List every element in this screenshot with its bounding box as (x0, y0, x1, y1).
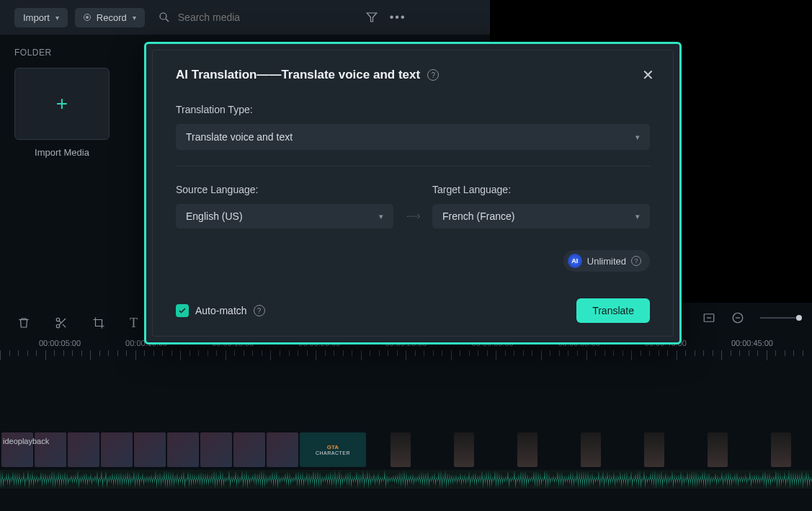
translation-type-label: Translation Type: (176, 104, 650, 115)
target-language-value: French (France) (442, 210, 514, 222)
help-icon[interactable]: ? (631, 256, 641, 266)
target-language-label: Target Language: (432, 184, 650, 195)
timestamp: 00:00:45:00 (731, 339, 773, 347)
svg-marker-2 (367, 13, 377, 22)
clip-thumbnail[interactable] (391, 432, 411, 467)
clip-thumbnail[interactable] (233, 432, 265, 467)
svg-line-6 (63, 324, 66, 327)
clip-thumbnail[interactable] (708, 432, 728, 467)
svg-line-1 (166, 19, 169, 22)
svg-point-4 (56, 324, 60, 328)
auto-match-checkbox[interactable] (176, 304, 189, 317)
modal-title: AI Translation——Translate voice and text (176, 68, 420, 82)
clip-thumbnail[interactable] (200, 432, 232, 467)
import-media-tile[interactable]: + (14, 68, 110, 140)
filter-icon[interactable] (365, 11, 378, 24)
timeline-ruler[interactable]: 00:00:05:0000:00:10:0000:00:15:0000:00:2… (0, 339, 812, 382)
ai-credits-text: Unlimited (587, 256, 626, 267)
folder-heading: FOLDER (14, 48, 130, 58)
import-media-caption: Import Media (14, 147, 110, 158)
source-language-select[interactable]: English (US) ▾ (176, 204, 393, 228)
clip-thumbnail[interactable] (454, 432, 474, 467)
crop-icon[interactable] (92, 316, 105, 329)
clip-thumbnail[interactable] (101, 432, 133, 467)
zoom-slider[interactable] (760, 317, 799, 319)
ai-credits-badge: AI Unlimited ? (563, 250, 650, 272)
record-label: Record (97, 12, 127, 23)
help-icon[interactable]: ? (254, 305, 265, 316)
auto-match-label: Auto-match (195, 305, 247, 316)
close-icon[interactable]: ✕ (642, 66, 654, 84)
arrow-right-icon: ·····› (406, 210, 419, 228)
fit-icon[interactable] (702, 311, 715, 324)
chevron-down-icon: ▾ (635, 133, 640, 142)
chevron-down-icon: ▾ (55, 14, 59, 22)
media-panel: FOLDER + Import Media (0, 35, 144, 171)
svg-line-7 (59, 321, 61, 323)
source-language-value: English (US) (186, 210, 243, 222)
timestamp: 00:00:05:00 (39, 339, 81, 347)
clip-thumbnail[interactable] (581, 432, 601, 467)
clip-thumbnail[interactable] (267, 432, 298, 467)
translation-type-select[interactable]: Translate voice and text ▾ (176, 124, 650, 150)
clip-thumbnail[interactable] (644, 432, 664, 467)
plus-icon: + (56, 92, 68, 115)
svg-point-0 (160, 13, 166, 19)
clip-gta-title: GTA (327, 444, 339, 450)
scissors-icon[interactable] (55, 316, 68, 329)
search-wrap (158, 11, 293, 24)
translation-type-value: Translate voice and text (186, 131, 293, 143)
ai-icon: AI (568, 254, 582, 268)
target-language-select[interactable]: French (France) ▾ (432, 204, 650, 228)
clip-thumbnail[interactable] (167, 432, 199, 467)
video-track[interactable]: GTA CHARACTER (0, 432, 812, 467)
translate-button[interactable]: Translate (576, 298, 650, 323)
waveform-icon (0, 470, 812, 489)
more-icon[interactable]: ••• (390, 11, 406, 24)
clip-gta-sub: CHARACTER (316, 450, 350, 456)
chevron-down-icon: ▾ (635, 212, 640, 221)
import-label: Import (23, 12, 50, 23)
chevron-down-icon: ▾ (379, 212, 383, 221)
track-label: ideoplayback (3, 437, 49, 445)
zoom-out-icon[interactable] (731, 311, 744, 324)
ai-translation-modal: AI Translation——Translate voice and text… (144, 42, 682, 345)
audio-track[interactable] (0, 470, 812, 489)
clip-gta[interactable]: GTA CHARACTER (300, 432, 366, 467)
chevron-down-icon: ▾ (133, 14, 136, 22)
source-language-label: Source Language: (176, 184, 393, 195)
import-button[interactable]: Import ▾ (14, 8, 68, 27)
clip-thumbnail[interactable] (68, 432, 99, 467)
record-button[interactable]: Record ▾ (75, 8, 145, 27)
trash-icon[interactable] (17, 316, 30, 329)
clip-thumbnail[interactable] (517, 432, 537, 467)
record-icon (84, 14, 91, 21)
search-icon (158, 11, 171, 24)
divider (176, 166, 650, 166)
help-icon[interactable]: ? (427, 69, 439, 81)
svg-point-3 (56, 318, 60, 321)
clip-thumbnail[interactable] (771, 432, 791, 467)
text-icon[interactable]: T (130, 316, 138, 331)
search-input[interactable] (178, 12, 293, 23)
clip-thumbnail[interactable] (134, 432, 166, 467)
